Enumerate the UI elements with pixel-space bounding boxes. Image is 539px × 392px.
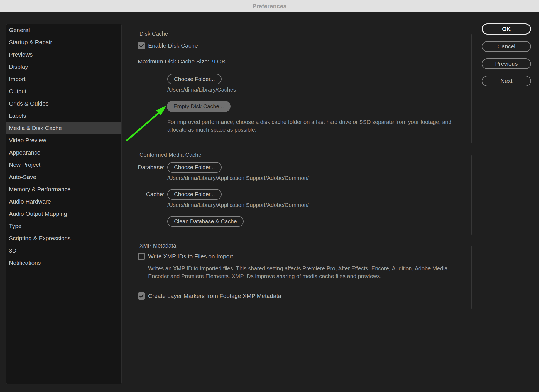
database-choose-folder-button[interactable]: Choose Folder... [167,162,222,173]
sidebar-item-startup-repair[interactable]: Startup & Repair [6,36,121,48]
sidebar-item-notifications[interactable]: Notifications [6,257,121,269]
disk-cache-folder-path: /Users/dima/Library/Caches [167,87,236,93]
next-button[interactable]: Next [482,76,531,86]
cancel-button[interactable]: Cancel [482,41,531,52]
sidebar-item-output[interactable]: Output [6,85,121,97]
sidebar-item-memory-performance[interactable]: Memory & Performance [6,183,121,195]
max-disk-cache-size-value[interactable]: 9 [212,58,215,65]
disk-cache-choose-folder-button[interactable]: Choose Folder... [167,74,222,84]
sidebar-item-audio-hardware[interactable]: Audio Hardware [6,195,121,208]
sidebar-item-previews[interactable]: Previews [6,48,121,61]
sidebar-item-type[interactable]: Type [6,220,121,232]
sidebar-item-media-disk-cache[interactable]: Media & Disk Cache [6,122,121,134]
xmp-metadata-section-title: XMP Metadata [138,242,180,249]
conformed-media-cache-section: Conformed Media Cache Database: Choose F… [130,152,472,235]
disk-cache-note: For improved performance, choose a disk … [167,118,462,134]
sidebar-item-display[interactable]: Display [6,61,121,73]
sidebar-item-general[interactable]: General [6,24,121,36]
clean-database-cache-button[interactable]: Clean Database & Cache [167,216,244,227]
create-layer-markers-checkbox[interactable] [138,292,145,300]
max-disk-cache-size-unit: GB [217,58,225,65]
cache-choose-folder-button[interactable]: Choose Folder... [167,189,222,200]
sidebar-item-appearance[interactable]: Appearance [6,146,121,159]
xmp-metadata-section: XMP Metadata Write XMP IDs to Files on I… [130,242,472,309]
preferences-sidebar: General Startup & Repair Previews Displa… [6,24,122,384]
sidebar-item-labels[interactable]: Labels [6,110,121,122]
write-xmp-ids-checkbox[interactable] [138,253,145,260]
sidebar-item-scripting-expressions[interactable]: Scripting & Expressions [6,232,121,244]
cache-label: Cache: [138,191,165,198]
sidebar-item-auto-save[interactable]: Auto-Save [6,171,121,183]
previous-button[interactable]: Previous [482,58,531,69]
ok-button[interactable]: OK [482,23,531,35]
dialog-actions: OK Cancel Previous Next [482,23,531,93]
disk-cache-section-title: Disk Cache [138,31,171,37]
sidebar-item-video-preview[interactable]: Video Preview [6,134,121,146]
sidebar-item-new-project[interactable]: New Project [6,159,121,171]
disk-cache-section: Disk Cache Enable Disk Cache Maximum Dis… [130,31,472,143]
conformed-media-cache-section-title: Conformed Media Cache [138,152,205,158]
write-xmp-ids-label: Write XMP IDs to Files on Import [148,253,233,260]
max-disk-cache-size-label: Maximum Disk Cache Size: [138,58,209,65]
enable-disk-cache-label: Enable Disk Cache [148,42,198,49]
empty-disk-cache-button[interactable]: Empty Disk Cache... [167,101,231,112]
write-xmp-ids-note: Writes an XMP ID to imported files. This… [148,264,449,280]
database-label: Database: [138,164,165,171]
sidebar-item-3d[interactable]: 3D [6,244,121,257]
database-path: /Users/dima/Library/Application Support/… [167,175,309,181]
sidebar-item-import[interactable]: Import [6,73,121,85]
enable-disk-cache-checkbox[interactable] [138,42,145,49]
sidebar-item-audio-output-mapping[interactable]: Audio Output Mapping [6,208,121,220]
cache-path: /Users/dima/Library/Application Support/… [167,202,309,208]
create-layer-markers-label: Create Layer Markers from Footage XMP Me… [148,293,281,299]
preferences-main-panel: Disk Cache Enable Disk Cache Maximum Dis… [130,0,472,309]
sidebar-item-grids-guides[interactable]: Grids & Guides [6,97,121,110]
